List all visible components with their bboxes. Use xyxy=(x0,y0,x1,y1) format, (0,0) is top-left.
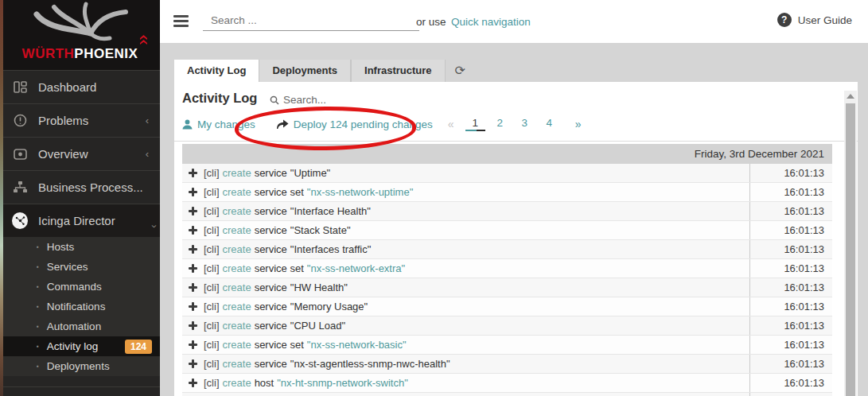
activity-row[interactable]: [cli]createservice"HW Health"16:01:13 xyxy=(182,278,832,297)
bullet-icon: ▪ xyxy=(37,343,39,350)
brand-flame-icon xyxy=(139,35,148,45)
plus-icon xyxy=(189,264,197,273)
sidebar-item-label: Business Process... xyxy=(38,181,143,194)
activity-row[interactable]: [cli]createservice"CPU Load"16:01:13 xyxy=(182,316,832,336)
activity-table: Friday, 3rd December 2021 [cli]createser… xyxy=(182,144,832,396)
sidebar-item-label: Automation xyxy=(47,320,101,332)
scroll-up-icon[interactable] xyxy=(844,91,857,102)
tab-deployments[interactable]: Deployments xyxy=(259,60,351,82)
pagination-next[interactable]: » xyxy=(571,118,586,130)
plus-icon xyxy=(189,226,197,235)
activity-row[interactable]: [cli]createhost"nx-ht-snmp-network-switc… xyxy=(182,393,832,396)
activity-time: 16:01:13 xyxy=(749,164,832,182)
bullet-icon: ▪ xyxy=(37,303,39,310)
toolbar: My changes Deploy 124 pending changes « … xyxy=(182,117,586,131)
user-guide-label: User Guide xyxy=(798,14,852,26)
activity-time: 16:01:13 xyxy=(749,183,832,201)
refresh-icon[interactable]: ⟳ xyxy=(455,60,465,82)
plus-icon xyxy=(189,379,197,387)
activity-row[interactable]: [cli]createservice"Stack State"16:01:13 xyxy=(182,221,832,240)
activity-search[interactable]: Search... xyxy=(270,94,326,106)
object-name-link[interactable]: "nx-ss-network-basic" xyxy=(307,339,407,351)
activity-row[interactable]: [cli]createservice set"nx-ss-network-ext… xyxy=(182,259,832,278)
plus-icon xyxy=(189,188,197,196)
pagination-prev[interactable]: « xyxy=(444,118,458,130)
sidebar-item-dashboard[interactable]: Dashboard xyxy=(0,70,160,103)
pagination: « 1234» xyxy=(444,117,586,131)
sidebar-item-label: Problems xyxy=(38,114,88,127)
sidebar-item-business-process[interactable]: Business Process... xyxy=(0,170,160,204)
activity-row[interactable]: [cli]createservice set"nx-ss-network-bas… xyxy=(182,336,832,355)
activity-row[interactable]: [cli]createservice"nx-st-agentless-snmp-… xyxy=(182,355,832,374)
sidebar-item-label: Notifications xyxy=(47,301,106,313)
activity-row-text: [cli]createservice"Interfaces traffic" xyxy=(182,243,749,255)
activity-row[interactable]: [cli]createservice"Memory Usage"16:01:13 xyxy=(182,297,832,316)
object-name-link[interactable]: "nx-ss-network-uptime" xyxy=(307,186,414,198)
pagination-page-1[interactable]: 1 xyxy=(468,117,483,131)
sidebar-item-label: Icinga Director xyxy=(38,214,115,227)
sidebar-item-deployments[interactable]: ▪Deployments xyxy=(0,356,160,376)
icinga-icon xyxy=(12,212,28,229)
menu-icon[interactable] xyxy=(173,15,189,29)
brand-logo[interactable]: WÜRTHPHOENIX xyxy=(0,0,160,70)
scrollbar-thumb[interactable] xyxy=(846,103,855,396)
vertical-scrollbar[interactable] xyxy=(844,91,857,396)
activity-row-text: [cli]createservice"HW Health" xyxy=(182,281,749,293)
object-name-link[interactable]: "nx-ss-network-extra" xyxy=(307,262,405,274)
activity-time: 16:01:13 xyxy=(749,316,832,335)
business-process-icon xyxy=(12,181,28,193)
sidebar-item-label: Dashboard xyxy=(38,80,96,94)
activity-row-text: [cli]createhost"nx-ht-snmp-network-switc… xyxy=(182,377,749,389)
sidebar-item-label: Activity log xyxy=(47,340,99,352)
activity-row[interactable]: [cli]createservice"Interface Health"16:0… xyxy=(182,202,832,221)
sidebar-item-activity-log[interactable]: ▪Activity log124 xyxy=(0,336,160,356)
sidebar-item-label: Hosts xyxy=(47,241,75,253)
activity-time: 16:01:13 xyxy=(749,336,832,354)
bullet-icon: ▪ xyxy=(37,243,39,250)
plus-icon xyxy=(189,169,197,177)
tab-activity-log[interactable]: Activity Log xyxy=(174,60,259,82)
object-name: "Interface Health" xyxy=(290,205,371,217)
my-changes-link[interactable]: My changes xyxy=(182,118,255,130)
brand-name: WÜRTHPHOENIX xyxy=(0,46,160,62)
pending-count-badge: 124 xyxy=(125,340,152,354)
sidebar-item-notifications[interactable]: ▪Notifications xyxy=(0,297,160,316)
global-search-input[interactable] xyxy=(203,10,419,31)
object-name-link[interactable]: "nx-ht-snmp-network-switch" xyxy=(277,377,408,389)
sidebar-item-icinga-director[interactable]: Icinga Director ‹ xyxy=(0,204,160,237)
sidebar-item-label: Deployments xyxy=(47,360,110,372)
topbar: or use Quick navigation ? User Guide xyxy=(160,0,868,43)
tab-infrastructure[interactable]: Infrastructure xyxy=(351,60,446,82)
sidebar-item-hosts[interactable]: ▪Hosts xyxy=(0,237,160,257)
sidebar-item-automation[interactable]: ▪Automation xyxy=(0,316,160,336)
bullet-icon: ▪ xyxy=(37,283,39,290)
pagination-page-4[interactable]: 4 xyxy=(542,117,557,131)
activity-row[interactable]: [cli]createservice set"nx-ss-network-upt… xyxy=(182,183,832,202)
sidebar-item-problems[interactable]: Problems ‹ xyxy=(0,103,160,137)
activity-row[interactable]: [cli]createservice"Interfaces traffic"16… xyxy=(182,240,832,259)
overview-icon xyxy=(12,149,28,160)
activity-row-text: [cli]createservice"Interface Health" xyxy=(182,205,749,217)
deploy-pending-changes-link[interactable]: Deploy 124 pending changes xyxy=(276,118,433,130)
pagination-page-3[interactable]: 3 xyxy=(517,117,532,131)
chevron-down-icon: ‹ xyxy=(146,213,158,227)
search-icon xyxy=(270,95,279,105)
plus-icon xyxy=(189,321,197,330)
activity-row[interactable]: [cli]createservice"Uptime"16:01:13 xyxy=(182,164,832,183)
sidebar-item-services[interactable]: ▪Services xyxy=(0,257,160,277)
activity-time: 16:01:13 xyxy=(749,202,832,220)
or-use-label: or use xyxy=(416,16,446,28)
activity-row[interactable]: [cli]createhost"nx-ht-snmp-network-switc… xyxy=(182,374,832,393)
object-name: "HW Health" xyxy=(290,281,348,293)
sidebar-item-overview[interactable]: Overview ‹ xyxy=(0,137,160,170)
user-guide-link[interactable]: ? User Guide xyxy=(777,13,852,27)
sidebar: WÜRTHPHOENIX Dashboard Problems ‹ Overvi… xyxy=(0,0,160,396)
activity-row-text: [cli]createservice"Uptime" xyxy=(182,167,749,179)
sidebar-item-history[interactable]: History xyxy=(0,386,160,396)
sidebar-item-commands[interactable]: ▪Commands xyxy=(0,277,160,297)
object-name: "Memory Usage" xyxy=(290,301,368,313)
dashboard-icon xyxy=(12,81,28,93)
quick-navigation-link[interactable]: Quick navigation xyxy=(451,16,531,28)
activity-time: 16:01:13 xyxy=(749,393,832,396)
pagination-page-2[interactable]: 2 xyxy=(492,117,508,131)
